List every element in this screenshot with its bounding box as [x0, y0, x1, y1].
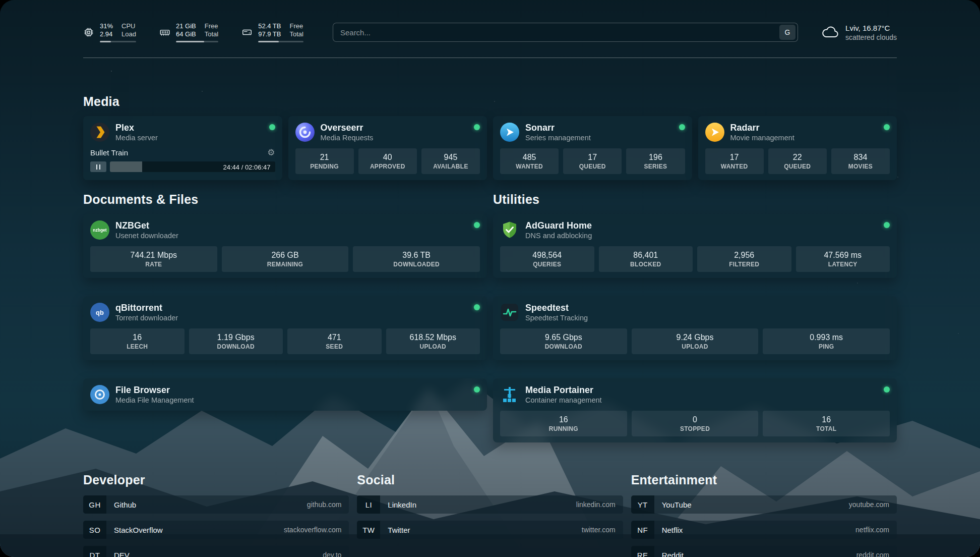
service-card-nzbget[interactable]: nzbget NZBGet Usenet downloader 744.21 M…	[83, 214, 487, 278]
cpu-label-2: Load	[121, 30, 136, 38]
service-name: Radarr	[730, 122, 794, 133]
service-card-radarr[interactable]: Radarr Movie management 17WANTED 22QUEUE…	[698, 116, 897, 180]
disk-label-1: Free	[289, 22, 303, 30]
bookmark-youtube[interactable]: YT YouTube youtube.com	[631, 495, 897, 514]
stat-filtered: 2,956FILTERED	[697, 246, 791, 272]
memory-icon	[159, 27, 170, 38]
stat-approved: 40APPROVED	[358, 148, 417, 174]
weather-location: Lviv, 16.87°C	[845, 23, 897, 33]
stat-wanted: 485WANTED	[500, 148, 559, 174]
service-card-plex[interactable]: Plex Media server Bullet Train ⚙ 24:44 /…	[83, 116, 282, 180]
dashboard-app: 31% 2.94 CPU Load	[0, 0, 980, 557]
disk-widget: 52.4 TB 97.9 TB Free Total	[241, 22, 303, 42]
service-card-speedtest[interactable]: Speedtest Speedtest Tracking 9.65 GbpsDO…	[493, 296, 897, 360]
bookmark-abbr: YT	[631, 495, 654, 514]
cloud-icon	[821, 25, 839, 40]
bookmark-url: dev.to	[323, 551, 349, 557]
service-desc: Movie management	[730, 133, 794, 142]
filebrowser-icon	[90, 385, 109, 404]
cpu-label-1: CPU	[121, 22, 136, 30]
bookmark-url: reddit.com	[856, 551, 897, 557]
stat-upload: 9.24 GbpsUPLOAD	[632, 328, 759, 354]
status-dot	[474, 386, 480, 393]
service-name: Media Portainer	[525, 384, 602, 396]
bookmark-url: linkedin.com	[576, 500, 623, 509]
bookmark-abbr: TW	[357, 521, 380, 539]
search-bar: G	[333, 23, 798, 42]
memory-label-2: Total	[205, 30, 218, 38]
service-card-qbittorrent[interactable]: qb qBittorrent Torrent downloader 16LEEC…	[83, 296, 487, 360]
bookmark-twitter[interactable]: TW Twitter twitter.com	[357, 521, 623, 539]
bookmark-reddit[interactable]: RE Reddit reddit.com	[631, 546, 897, 557]
pause-button[interactable]	[90, 161, 106, 172]
service-card-filebrowser[interactable]: File Browser Media File Management	[83, 378, 487, 411]
status-dot	[474, 124, 480, 130]
utilities-column: Utilities AdGuard Home DNS and adblockin…	[493, 192, 897, 442]
service-card-portainer[interactable]: Media Portainer Container management 16R…	[493, 378, 897, 442]
bookmark-url: netflix.com	[855, 526, 897, 534]
service-name: qBittorrent	[115, 302, 178, 313]
search-provider-button[interactable]: G	[779, 25, 795, 40]
bookmark-netflix[interactable]: NF Netflix netflix.com	[631, 521, 897, 539]
stat-download: 1.19 GbpsDOWNLOAD	[189, 328, 283, 354]
stat-running: 16RUNNING	[500, 411, 627, 436]
service-desc: Media server	[115, 133, 158, 142]
disk-free: 52.4 TB	[258, 22, 281, 30]
bookmark-name: Netflix	[654, 526, 683, 534]
section-title-developer: Developer	[83, 473, 349, 487]
search-input[interactable]	[333, 23, 779, 41]
stat-leech: 16LEECH	[90, 328, 185, 354]
bookmark-name: LinkedIn	[380, 500, 416, 509]
stat-movies: 834MOVIES	[831, 148, 890, 174]
gear-icon[interactable]: ⚙	[267, 148, 275, 157]
radarr-icon	[705, 123, 724, 142]
status-dot	[269, 124, 275, 130]
section-title-social: Social	[357, 473, 623, 487]
section-title-entertainment: Entertainment	[631, 473, 897, 487]
stat-stopped: 0STOPPED	[632, 411, 759, 436]
section-title-documents: Documents & Files	[83, 192, 487, 207]
service-card-adguard[interactable]: AdGuard Home DNS and adblocking 498,564Q…	[493, 214, 897, 278]
bookmark-linkedin[interactable]: LI LinkedIn linkedin.com	[357, 495, 623, 514]
stat-queued: 17QUEUED	[563, 148, 622, 174]
service-name: Speedtest	[525, 302, 588, 313]
now-playing-title: Bullet Train	[90, 148, 128, 157]
bookmark-url: stackoverflow.com	[284, 526, 349, 534]
bookmark-group-entertainment: Entertainment YT YouTube youtube.com NF …	[631, 473, 897, 557]
bookmark-dev[interactable]: DT DEV dev.to	[83, 546, 349, 557]
section-title-media: Media	[83, 94, 897, 109]
service-desc: Container management	[525, 396, 602, 405]
service-desc: Usenet downloader	[115, 231, 178, 240]
bookmark-stackoverflow[interactable]: SO StackOverflow stackoverflow.com	[83, 521, 349, 539]
service-card-sonarr[interactable]: Sonarr Series management 485WANTED 17QUE…	[493, 116, 692, 180]
stat-series: 196SERIES	[626, 148, 685, 174]
documents-column: Documents & Files nzbget NZBGet Usenet d…	[83, 192, 487, 442]
bookmark-name: Twitter	[380, 526, 410, 534]
bookmark-name: DEV	[106, 551, 130, 557]
service-card-overseerr[interactable]: Overseerr Media Requests 21PENDING 40APP…	[288, 116, 487, 180]
disk-icon	[241, 27, 253, 38]
adguard-icon	[500, 220, 519, 240]
service-desc: DNS and adblocking	[525, 231, 592, 240]
stat-seed: 471SEED	[287, 328, 382, 354]
bookmark-abbr: SO	[83, 521, 106, 539]
memory-free: 21 GiB	[176, 22, 196, 30]
cpu-usage-bar	[100, 41, 136, 42]
memory-usage-bar	[176, 41, 218, 42]
progress-bar[interactable]: 24:44 / 02:06:47	[110, 161, 275, 172]
stat-remaining: 266 GBREMAINING	[222, 246, 349, 272]
bookmark-github[interactable]: GH Github github.com	[83, 495, 349, 514]
stat-downloaded: 39.6 TBDOWNLOADED	[353, 246, 480, 272]
stat-blocked: 86,401BLOCKED	[599, 246, 693, 272]
service-name: AdGuard Home	[525, 220, 592, 231]
memory-total: 64 GiB	[176, 30, 196, 38]
status-dot	[679, 124, 685, 130]
service-name: NZBGet	[115, 220, 178, 231]
memory-label-1: Free	[205, 22, 218, 30]
pause-icon	[96, 164, 100, 170]
stat-available: 945AVAILABLE	[421, 148, 480, 174]
media-grid: Plex Media server Bullet Train ⚙ 24:44 /…	[83, 116, 897, 180]
bookmark-name: Reddit	[654, 551, 684, 557]
speedtest-icon	[500, 303, 519, 322]
bookmark-group-social: Social LI LinkedIn linkedin.com TW Twitt…	[357, 473, 623, 557]
